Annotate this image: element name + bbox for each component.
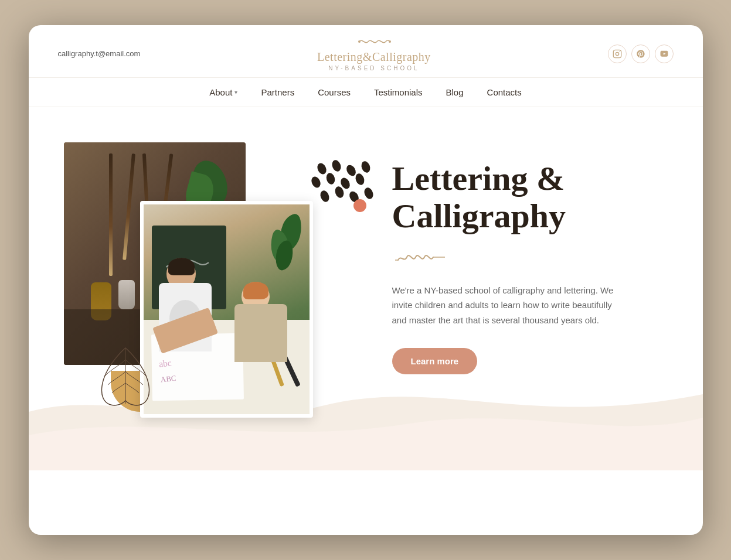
svg-point-9 [310, 175, 322, 189]
logo-title: Lettering&Calligraphy [317, 50, 431, 64]
brush-2 [123, 153, 135, 260]
svg-rect-2 [613, 50, 621, 57]
svg-point-6 [331, 160, 342, 173]
youtube-icon[interactable] [655, 45, 674, 63]
instagram-icon[interactable] [608, 45, 627, 63]
hero-description: We're a NY-based school of calligraphy a… [392, 283, 615, 328]
svg-point-10 [325, 172, 336, 186]
browser-frame: calligraphy.t@email.com Lettering&Callig… [29, 25, 703, 535]
person-1-hair [168, 258, 195, 275]
logo-subtitle: NY-based school [317, 65, 431, 71]
svg-point-0 [358, 40, 361, 43]
nav-item-about[interactable]: About ▾ [209, 87, 237, 97]
svg-point-8 [360, 160, 372, 174]
svg-point-1 [389, 40, 391, 43]
svg-text:abc: abc [158, 358, 172, 369]
svg-point-13 [318, 189, 330, 203]
hero-ornament [392, 247, 656, 271]
logo-ornament [317, 36, 431, 49]
logo-block: Lettering&Calligraphy NY-based school [317, 36, 431, 71]
svg-point-5 [315, 162, 328, 176]
jar-2 [118, 280, 135, 309]
person-2-torso [234, 304, 287, 361]
nav-item-partners[interactable]: Partners [261, 87, 294, 97]
photo-foreground: abc ABC [140, 201, 313, 418]
social-icons [608, 45, 674, 63]
svg-point-4 [619, 51, 620, 52]
hero-content: Lettering & Calligraphy We're a NY-based… [357, 131, 656, 374]
header-email: calligraphy.t@email.com [58, 49, 141, 58]
calligraphy-class-photo: abc ABC [144, 204, 310, 414]
person-2-hair [243, 282, 268, 299]
person-2 [232, 247, 301, 362]
nav-item-courses[interactable]: Courses [318, 87, 351, 97]
svg-text:ABC: ABC [160, 374, 176, 384]
svg-point-3 [616, 52, 618, 55]
svg-point-7 [344, 163, 357, 177]
about-dropdown-arrow: ▾ [234, 89, 237, 95]
svg-point-12 [354, 172, 366, 186]
nav-item-contacts[interactable]: Contacts [487, 87, 522, 97]
site-header: calligraphy.t@email.com Lettering&Callig… [29, 25, 703, 78]
dots-decoration [310, 160, 375, 213]
nav-item-testimonials[interactable]: Testimonials [374, 87, 423, 97]
site-nav: About ▾ Partners Courses Testimonials Bl… [29, 78, 703, 107]
pinterest-icon[interactable] [631, 45, 650, 63]
main-content: abc ABC [29, 107, 703, 470]
svg-point-17 [353, 199, 366, 212]
brush-1 [109, 153, 113, 276]
hero-title: Lettering & Calligraphy [392, 160, 656, 235]
svg-point-16 [362, 186, 374, 200]
leaf-decoration [93, 342, 158, 415]
person-1 [152, 215, 226, 351]
nav-item-blog[interactable]: Blog [446, 87, 464, 97]
